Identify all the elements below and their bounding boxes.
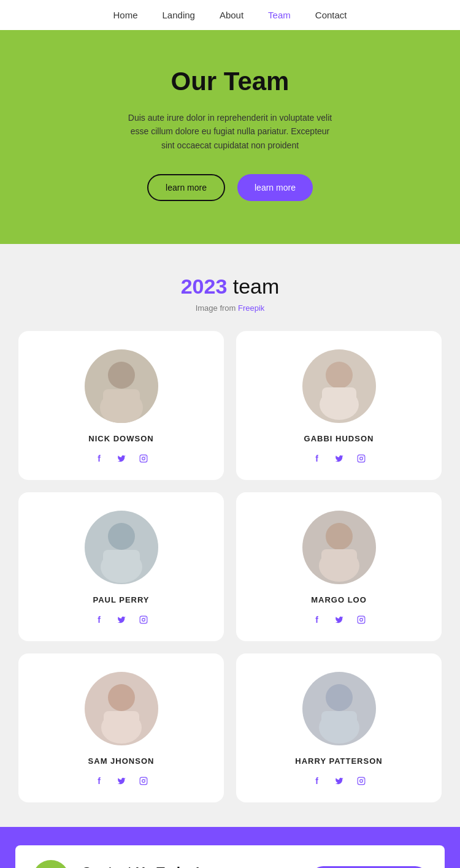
freepik-link[interactable]: Freepik — [238, 303, 264, 313]
facebook-icon-nick[interactable]: f — [93, 452, 106, 465]
svg-rect-15 — [140, 616, 147, 623]
twitter-icon-margo[interactable] — [332, 613, 346, 626]
nav-team[interactable]: Team — [268, 10, 291, 20]
twitter-icon-nick[interactable] — [115, 452, 128, 465]
svg-rect-3 — [140, 455, 147, 462]
team-name-nick: NICK DOWSON — [88, 434, 153, 443]
svg-point-18 — [326, 523, 353, 550]
image-credit: Image from Freepik — [18, 303, 442, 313]
team-card-sam: SAM JHONSON f — [18, 653, 224, 802]
social-icons-gabbi: f — [310, 452, 368, 465]
contact-text: Contact Us Today! Call us today +1 777 0… — [82, 864, 299, 868]
contact-title: Contact Us Today! — [82, 864, 299, 868]
twitter-icon-gabbi[interactable] — [332, 452, 346, 465]
svg-rect-26 — [104, 711, 139, 733]
team-card-paul: PAUL PERRY f — [18, 492, 224, 641]
instagram-icon-paul[interactable] — [137, 613, 150, 626]
hero-buttons: learn more learn more — [18, 174, 442, 201]
team-name-gabbi: GABBI HUDSON — [304, 434, 374, 443]
svg-point-16 — [142, 619, 145, 622]
facebook-icon-paul[interactable]: f — [93, 613, 106, 626]
contact-card: Contact Us Today! Call us today +1 777 0… — [15, 845, 445, 868]
avatar-harry — [302, 672, 376, 745]
nav-contact[interactable]: Contact — [315, 10, 347, 20]
team-grid: NICK DOWSON f GABBI HUDSON f — [18, 331, 442, 802]
nav-about[interactable]: About — [220, 10, 243, 20]
social-icons-paul: f — [93, 613, 150, 626]
svg-point-17 — [145, 617, 145, 618]
instagram-icon-gabbi[interactable] — [355, 452, 368, 465]
social-icons-harry: f — [310, 774, 368, 788]
hero-section: Our Team Duis aute irure dolor in repreh… — [0, 30, 460, 244]
team-heading: 2023 team — [18, 275, 442, 299]
svg-rect-9 — [358, 455, 365, 462]
team-card-margo: MARGO LOO f — [236, 492, 442, 641]
facebook-icon-sam[interactable]: f — [93, 774, 106, 788]
twitter-icon-harry[interactable] — [332, 774, 346, 788]
avatar-margo — [302, 511, 376, 584]
svg-rect-27 — [140, 777, 147, 785]
svg-rect-32 — [321, 711, 357, 733]
svg-point-0 — [108, 362, 135, 389]
svg-rect-33 — [358, 777, 365, 785]
facebook-icon-margo[interactable]: f — [310, 613, 324, 626]
avatar-nick — [85, 349, 158, 423]
social-icons-nick: f — [93, 452, 150, 465]
twitter-icon-paul[interactable] — [115, 613, 128, 626]
team-section: 2023 team Image from Freepik NICK DOWSON… — [0, 244, 460, 827]
svg-point-4 — [142, 457, 145, 460]
instagram-icon-margo[interactable] — [355, 613, 368, 626]
instagram-icon-harry[interactable] — [355, 774, 368, 788]
svg-point-29 — [145, 779, 145, 779]
svg-rect-8 — [322, 387, 356, 411]
svg-point-30 — [326, 684, 353, 711]
hero-description: Duis aute irure dolor in reprehenderit i… — [126, 111, 334, 152]
svg-point-5 — [145, 456, 145, 457]
social-icons-margo: f — [310, 613, 368, 626]
facebook-icon-harry[interactable]: f — [310, 774, 324, 788]
contact-icon-wrap — [33, 860, 69, 868]
team-name-paul: PAUL PERRY — [93, 595, 149, 604]
svg-point-24 — [108, 684, 135, 711]
navigation: Home Landing About Team Contact — [0, 0, 460, 30]
instagram-icon-nick[interactable] — [137, 452, 150, 465]
team-name-margo: MARGO LOO — [311, 595, 367, 604]
hero-title: Our Team — [18, 67, 442, 96]
svg-point-23 — [362, 617, 363, 618]
contact-section: Contact Us Today! Call us today +1 777 0… — [0, 827, 460, 868]
nav-landing[interactable]: Landing — [163, 10, 195, 20]
svg-rect-14 — [103, 550, 140, 572]
svg-point-28 — [142, 780, 145, 783]
svg-rect-20 — [321, 549, 357, 572]
svg-point-11 — [362, 456, 363, 457]
team-card-gabbi: GABBI HUDSON f — [236, 331, 442, 480]
avatar-paul — [85, 511, 158, 584]
instagram-icon-sam[interactable] — [137, 774, 150, 788]
team-name-sam: SAM JHONSON — [88, 756, 155, 766]
svg-point-22 — [359, 619, 362, 622]
facebook-icon-gabbi[interactable]: f — [310, 452, 324, 465]
nav-home[interactable]: Home — [113, 10, 138, 20]
social-icons-sam: f — [93, 774, 150, 788]
svg-point-10 — [359, 457, 362, 460]
avatar-gabbi — [302, 349, 376, 423]
learn-more-filled-button[interactable]: learn more — [237, 174, 313, 201]
svg-point-35 — [362, 779, 363, 779]
avatar-sam — [85, 672, 158, 745]
team-card-nick: NICK DOWSON f — [18, 331, 224, 480]
team-title: team — [227, 275, 279, 298]
svg-rect-21 — [358, 616, 365, 623]
svg-point-6 — [326, 362, 353, 389]
learn-more-outline-button[interactable]: learn more — [147, 174, 225, 201]
svg-rect-2 — [103, 389, 140, 414]
twitter-icon-sam[interactable] — [115, 774, 128, 788]
team-name-harry: HARRY PATTERSON — [295, 756, 382, 766]
team-year: 2023 — [181, 275, 228, 298]
team-card-harry: HARRY PATTERSON f — [236, 653, 442, 802]
svg-point-34 — [359, 780, 362, 783]
svg-point-12 — [108, 523, 135, 550]
